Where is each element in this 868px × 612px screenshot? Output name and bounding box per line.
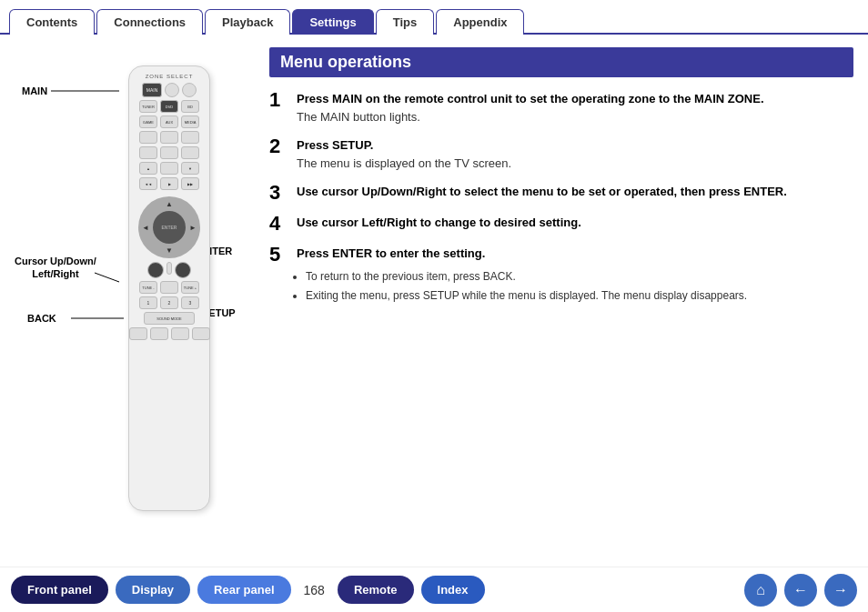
tab-contents[interactable]: Contents	[9, 9, 95, 35]
step-3: 3 Use cursor Up/Down/Right to select the…	[269, 183, 853, 203]
content-section: Menu operations 1 Press MAIN on the remo…	[269, 47, 853, 547]
step-content-5: Press ENTER to enter the setting. To ret…	[297, 245, 747, 306]
step-4: 4 Use cursor Left/Right to change to des…	[269, 214, 853, 234]
remote-btn-12a[interactable]	[129, 327, 147, 340]
svg-line-4	[95, 273, 119, 282]
remote-btn-4c[interactable]	[181, 131, 199, 144]
step-1-bold: Press MAIN on the remote control unit to…	[297, 92, 764, 105]
remote-btn-9c[interactable]: TUNE +	[181, 281, 199, 294]
steps-list: 1 Press MAIN on the remote control unit …	[269, 90, 853, 306]
dpad-down: ▼	[166, 246, 173, 255]
remote-btn-3c[interactable]: MEDIA	[181, 115, 199, 128]
remote-main-btn[interactable]: MAIN	[142, 83, 162, 97]
remote-btn-2a[interactable]: TUNER	[139, 100, 157, 113]
step-5-bold: Press ENTER to enter the setting.	[297, 246, 485, 260]
step-2-sub: The menu is displayed on the TV screen.	[297, 156, 511, 170]
remote-btn-middle[interactable]	[167, 262, 172, 275]
remote-btn-2c[interactable]: BD	[181, 100, 199, 113]
step-4-bold: Use cursor Left/Right to change to desir…	[297, 216, 581, 229]
tab-tips[interactable]: Tips	[376, 9, 435, 35]
remote-btn-10a[interactable]: 1	[139, 296, 157, 309]
remote-row-6: ▲ ▼	[139, 162, 199, 175]
remote-control: ZONE SELECT MAIN TUNER DVD BD GAME AUX M…	[128, 65, 210, 511]
tab-settings[interactable]: Settings	[292, 9, 373, 35]
step-1-sub: The MAIN button lights.	[297, 110, 420, 124]
remote-btn-4b[interactable]	[160, 131, 178, 144]
forward-nav-button[interactable]: →	[824, 574, 857, 607]
remote-btn-3b[interactable]: AUX	[160, 115, 178, 128]
page-number: 168	[304, 583, 325, 597]
remote-btn-6a[interactable]: ▲	[139, 162, 157, 175]
remote-btn-12c[interactable]	[171, 327, 189, 340]
back-nav-button[interactable]: ←	[784, 574, 817, 607]
step-number-2: 2	[269, 136, 288, 156]
remote-btn-1b[interactable]	[182, 83, 197, 97]
front-panel-button[interactable]: Front panel	[11, 576, 108, 604]
step-2: 2 Press SETUP. The menu is displayed on …	[269, 136, 853, 172]
remote-row-1: MAIN	[142, 83, 197, 97]
index-button[interactable]: Index	[421, 576, 485, 604]
dpad-left: ◄	[142, 224, 149, 232]
remote-button[interactable]: Remote	[338, 576, 414, 604]
remote-btn-2b[interactable]: DVD	[160, 100, 178, 113]
remote-btn-11a[interactable]: SOUND MODE	[144, 312, 195, 325]
remote-btn-9b[interactable]	[160, 281, 178, 294]
remote-btn-9a[interactable]: TUNE -	[139, 281, 157, 294]
step-number-5: 5	[269, 245, 288, 265]
section-title: Menu operations	[269, 47, 853, 77]
remote-row-9: TUNE - TUNE +	[139, 281, 199, 294]
step-content-4: Use cursor Left/Right to change to desir…	[297, 214, 581, 232]
label-cursor: Cursor Up/Down/Left/Right	[15, 255, 96, 281]
home-button[interactable]: ⌂	[744, 574, 777, 607]
remote-row-back-setup	[147, 262, 191, 278]
step-number-3: 3	[269, 183, 288, 203]
step-2-bold: Press SETUP.	[297, 138, 373, 152]
top-navigation: Contents Connections Playback Settings T…	[0, 0, 868, 35]
remote-btn-12d[interactable]	[192, 327, 210, 340]
remote-btn-5c[interactable]	[181, 146, 199, 159]
remote-row-2: TUNER DVD BD	[139, 100, 199, 113]
dpad-right: ►	[189, 224, 197, 232]
bottom-bar: Front panel Display Rear panel 168 Remot…	[0, 567, 868, 612]
remote-section: MAIN Cursor Up/Down/Left/Right BACK ENTE…	[15, 47, 251, 547]
remote-back-btn[interactable]	[147, 262, 164, 278]
step-1: 1 Press MAIN on the remote control unit …	[269, 90, 853, 125]
tab-connections[interactable]: Connections	[96, 9, 203, 35]
step-content-2: Press SETUP. The menu is displayed on th…	[297, 136, 511, 172]
remote-btn-10c[interactable]: 3	[181, 296, 199, 309]
dpad[interactable]: ENTER ▲ ▼ ◄ ►	[138, 196, 200, 258]
step-number-1: 1	[269, 90, 288, 110]
remote-btn-4a[interactable]	[139, 131, 157, 144]
display-button[interactable]: Display	[116, 576, 190, 604]
tab-appendix[interactable]: Appendix	[436, 9, 524, 35]
bullet-2: Exiting the menu, press SETUP while the …	[306, 287, 747, 304]
remote-row-7: ◄◄ ▶ ▶▶	[139, 177, 199, 190]
remote-btn-7b[interactable]: ▶	[160, 177, 178, 190]
remote-btn-6c[interactable]: ▼	[181, 162, 199, 175]
label-back: BACK	[27, 313, 56, 324]
step-content-1: Press MAIN on the remote control unit to…	[297, 90, 764, 125]
bullet-1: To return to the previous item, press BA…	[306, 268, 747, 285]
step-content-3: Use cursor Up/Down/Right to select the m…	[297, 183, 787, 201]
remote-btn-12b[interactable]	[150, 327, 168, 340]
remote-row-11: SOUND MODE	[144, 312, 195, 325]
dpad-enter-center[interactable]: ENTER	[153, 211, 186, 244]
remote-btn-7c[interactable]: ▶▶	[181, 177, 199, 190]
remote-btn-5b[interactable]	[160, 146, 178, 159]
remote-zone-label: ZONE SELECT	[146, 74, 194, 79]
remote-btn-10b[interactable]: 2	[160, 296, 178, 309]
step-number-4: 4	[269, 214, 288, 234]
step-5: 5 Press ENTER to enter the setting. To r…	[269, 245, 853, 306]
tab-playback[interactable]: Playback	[205, 9, 290, 35]
dpad-up: ▲	[166, 200, 173, 208]
remote-btn-1a[interactable]	[165, 83, 179, 97]
main-content: MAIN Cursor Up/Down/Left/Right BACK ENTE…	[0, 35, 868, 559]
remote-row-3: GAME AUX MEDIA	[139, 115, 199, 128]
remote-btn-5a[interactable]	[139, 146, 157, 159]
remote-btn-7a[interactable]: ◄◄	[139, 177, 157, 190]
step-5-bullets: To return to the previous item, press BA…	[297, 268, 747, 304]
remote-btn-6b[interactable]	[160, 162, 178, 175]
rear-panel-button[interactable]: Rear panel	[197, 576, 290, 604]
remote-setup-btn[interactable]	[175, 262, 191, 278]
remote-btn-3a[interactable]: GAME	[139, 115, 157, 128]
